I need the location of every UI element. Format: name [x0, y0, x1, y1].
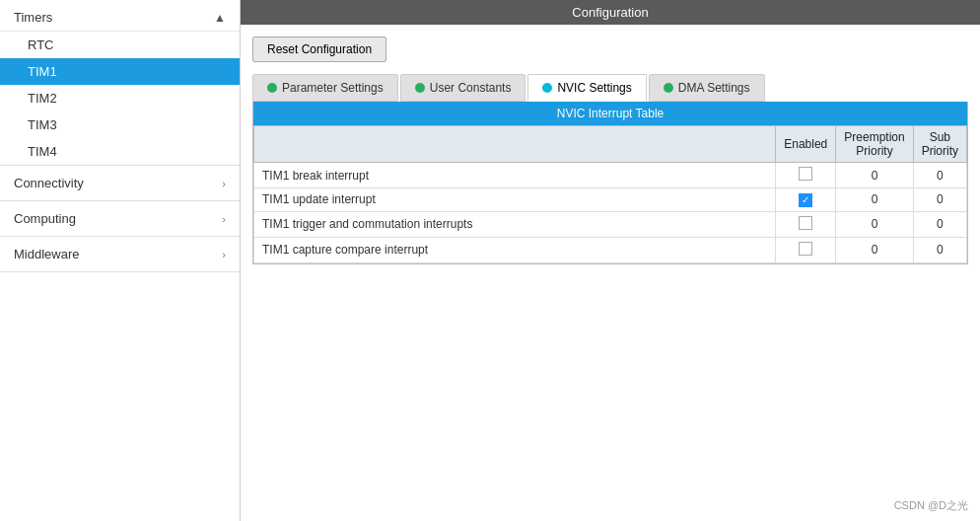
checkbox-unchecked-icon[interactable]	[799, 167, 812, 181]
enabled-cell[interactable]	[776, 211, 836, 237]
table-row: TIM1 break interrupt00	[254, 163, 967, 188]
interrupt-name-cell: TIM1 trigger and commutation interrupts	[254, 211, 776, 237]
tab-dma-label: DMA Settings	[678, 81, 750, 95]
nvic-table-header: NVIC Interrupt Table	[253, 102, 967, 125]
sidebar-middleware-label: Middleware	[14, 247, 79, 261]
tab-user-constants-label: User Constants	[430, 81, 512, 95]
chevron-right-icon: ›	[222, 178, 226, 189]
right-panel: Configuration Reset Configuration Parame…	[241, 0, 980, 521]
chevron-right-icon: ›	[222, 213, 226, 225]
preemption-priority-cell: 0	[836, 237, 913, 262]
interrupt-name-cell: TIM1 capture compare interrupt	[254, 237, 776, 262]
sidebar-connectivity-label: Connectivity	[14, 176, 84, 190]
sub-priority-cell: 0	[913, 211, 966, 237]
sidebar-computing-header[interactable]: Computing ›	[0, 201, 240, 236]
checkbox-checked-icon[interactable]: ✓	[799, 193, 812, 207]
col-preemption-priority: Preemption Priority	[836, 126, 913, 163]
nvic-table-container: NVIC Interrupt Table Enabled Preemption …	[252, 102, 968, 264]
col-interrupt-name	[254, 126, 776, 163]
table-header-row: Enabled Preemption Priority Sub Priority	[254, 126, 967, 163]
tab-dot-dma	[664, 83, 673, 93]
checkbox-unchecked-icon[interactable]	[799, 242, 812, 256]
config-body: Reset Configuration Parameter Settings U…	[241, 25, 980, 521]
sidebar-connectivity-header[interactable]: Connectivity ›	[0, 166, 240, 200]
nvic-table-title: NVIC Interrupt Table	[557, 107, 665, 120]
interrupt-name-cell: TIM1 break interrupt	[254, 163, 776, 188]
sidebar-timers-label: Timers	[14, 10, 52, 25]
enabled-cell[interactable]	[776, 237, 836, 262]
tab-nvic-label: NVIC Settings	[557, 81, 631, 95]
sidebar-middleware-header[interactable]: Middleware ›	[0, 237, 240, 271]
collapse-arrow-icon: ▲	[214, 11, 226, 25]
sidebar-timers-items: RTC TIM1 TIM2 TIM3 TIM4	[0, 32, 240, 165]
sidebar-section-timers: Timers ▲ RTC TIM1 TIM2 TIM3 TIM4	[0, 4, 240, 166]
sub-priority-cell: 0	[913, 163, 966, 188]
table-row: TIM1 capture compare interrupt00	[254, 237, 967, 262]
col-enabled: Enabled	[776, 126, 836, 163]
sidebar-section-middleware: Middleware ›	[0, 237, 240, 272]
sidebar: Timers ▲ RTC TIM1 TIM2 TIM3 TIM4 Connect…	[0, 0, 241, 521]
tab-nvic-settings[interactable]: NVIC Settings	[527, 74, 646, 102]
nvic-table-body: TIM1 break interrupt00TIM1 update interr…	[254, 163, 967, 263]
sidebar-item-tim2[interactable]: TIM2	[0, 85, 240, 112]
tab-dot-user-constants	[415, 83, 425, 93]
sidebar-computing-label: Computing	[14, 211, 76, 226]
sub-priority-cell: 0	[913, 237, 966, 262]
sidebar-item-tim4[interactable]: TIM4	[0, 138, 240, 165]
config-title: Configuration	[572, 5, 648, 20]
tab-dot-nvic	[542, 83, 552, 93]
tab-dot-parameter	[267, 83, 277, 93]
tab-dma-settings[interactable]: DMA Settings	[649, 74, 765, 102]
table-row: TIM1 update interrupt✓00	[254, 188, 967, 212]
preemption-priority-cell: 0	[836, 163, 913, 188]
tab-parameter-settings[interactable]: Parameter Settings	[252, 74, 398, 102]
sidebar-section-connectivity: Connectivity ›	[0, 166, 240, 201]
sidebar-item-tim1[interactable]: TIM1	[0, 58, 240, 85]
enabled-cell[interactable]: ✓	[776, 188, 836, 212]
chevron-right-icon: ›	[222, 249, 226, 260]
preemption-priority-cell: 0	[836, 188, 913, 212]
tab-user-constants[interactable]: User Constants	[400, 74, 526, 102]
nvic-table: Enabled Preemption Priority Sub Priority…	[253, 125, 967, 263]
sidebar-item-tim3[interactable]: TIM3	[0, 112, 240, 138]
sidebar-section-computing: Computing ›	[0, 201, 240, 237]
table-row: TIM1 trigger and commutation interrupts0…	[254, 211, 967, 237]
col-sub-priority: Sub Priority	[913, 126, 966, 163]
sidebar-item-rtc[interactable]: RTC	[0, 32, 240, 58]
preemption-priority-cell: 0	[836, 211, 913, 237]
sidebar-timers-header[interactable]: Timers ▲	[0, 4, 240, 32]
checkbox-unchecked-icon[interactable]	[799, 216, 812, 230]
config-header: Configuration	[241, 0, 980, 25]
watermark: CSDN @D之光	[894, 498, 968, 513]
tabs-bar: Parameter Settings User Constants NVIC S…	[252, 74, 968, 102]
sub-priority-cell: 0	[913, 188, 966, 212]
reset-configuration-button[interactable]: Reset Configuration	[252, 37, 386, 62]
interrupt-name-cell: TIM1 update interrupt	[254, 188, 776, 212]
tab-parameter-label: Parameter Settings	[282, 81, 384, 95]
enabled-cell[interactable]	[776, 163, 836, 188]
